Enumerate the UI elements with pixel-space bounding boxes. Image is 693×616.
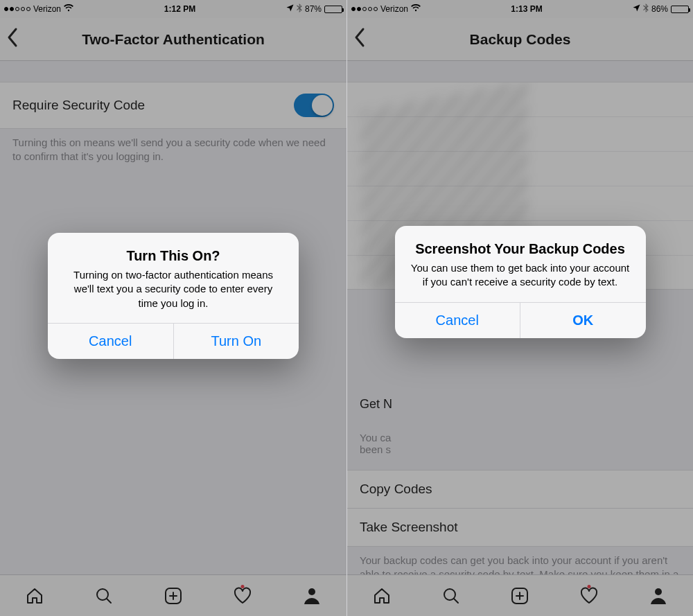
take-screenshot-row[interactable]: Take Screenshot [347, 509, 693, 547]
copy-codes-row[interactable]: Copy Codes [347, 470, 693, 509]
tab-create[interactable] [164, 586, 183, 606]
alert-title: Turn This On? [63, 248, 283, 264]
clock-label: 1:13 PM [511, 4, 542, 14]
page-title: Two-Factor Authentication [0, 31, 346, 48]
alert-message: Turning on two-factor authentication mea… [63, 268, 283, 310]
get-new-codes-caption-partial: You ca been s [360, 432, 391, 455]
carrier-label: Verizon [380, 4, 408, 14]
location-icon [633, 4, 640, 14]
alert-message: You can use them to get back into your a… [410, 261, 631, 290]
signal-strength-icon [4, 7, 30, 11]
tab-bar [347, 574, 693, 616]
tab-home[interactable] [25, 586, 44, 606]
copy-codes-label: Copy Codes [360, 482, 432, 496]
tab-home[interactable] [372, 586, 392, 606]
clock-label: 1:12 PM [164, 4, 195, 14]
carrier-label: Verizon [33, 4, 61, 14]
tab-profile[interactable] [649, 586, 668, 606]
battery-pct-label: 86% [651, 4, 668, 14]
alert-confirm-button[interactable]: OK [520, 303, 646, 338]
alert-cancel-button[interactable]: Cancel [395, 303, 520, 338]
require-security-code-toggle[interactable] [294, 94, 334, 117]
tab-activity[interactable] [233, 586, 252, 606]
status-bar: Verizon 1:13 PM 86% [347, 0, 693, 18]
tab-bar [0, 574, 346, 616]
nav-bar: Backup Codes [347, 18, 693, 61]
back-button[interactable] [353, 27, 365, 51]
location-icon [286, 4, 294, 14]
tab-create[interactable] [510, 586, 529, 606]
battery-pct-label: 87% [305, 4, 322, 14]
battery-icon [324, 6, 342, 13]
tab-profile[interactable] [302, 586, 322, 606]
bluetooth-icon [643, 3, 649, 15]
alert-confirm-button[interactable]: Turn On [173, 324, 299, 359]
battery-icon [671, 6, 689, 13]
turn-on-alert: Turn This On? Turning on two-factor auth… [48, 233, 299, 359]
require-security-code-caption: Turning this on means we'll send you a s… [0, 129, 346, 164]
svg-point-2 [308, 588, 315, 595]
get-new-codes-row-label-partial: Get N [360, 397, 392, 412]
wifi-icon [64, 4, 73, 14]
alert-title: Screenshot Your Backup Codes [410, 241, 631, 257]
svg-point-5 [655, 588, 662, 595]
wifi-icon [411, 4, 421, 14]
screen-two-factor: Verizon 1:12 PM 87% Two-Facto [0, 0, 346, 616]
signal-strength-icon [351, 7, 378, 11]
bluetooth-icon [297, 3, 302, 15]
alert-cancel-button[interactable]: Cancel [48, 324, 173, 359]
tab-search[interactable] [441, 586, 461, 606]
nav-bar: Two-Factor Authentication [0, 18, 346, 61]
screenshot-codes-alert: Screenshot Your Backup Codes You can use… [395, 226, 646, 338]
require-security-code-label: Require Security Code [12, 98, 145, 113]
page-title: Backup Codes [347, 31, 693, 48]
tab-search[interactable] [94, 586, 114, 606]
back-button[interactable] [6, 27, 18, 51]
tab-activity[interactable] [579, 586, 599, 606]
status-bar: Verizon 1:12 PM 87% [0, 0, 346, 18]
screen-backup-codes: Verizon 1:13 PM 86% Backup Co [346, 0, 693, 616]
take-screenshot-label: Take Screenshot [360, 520, 458, 534]
require-security-code-row[interactable]: Require Security Code [0, 82, 346, 129]
